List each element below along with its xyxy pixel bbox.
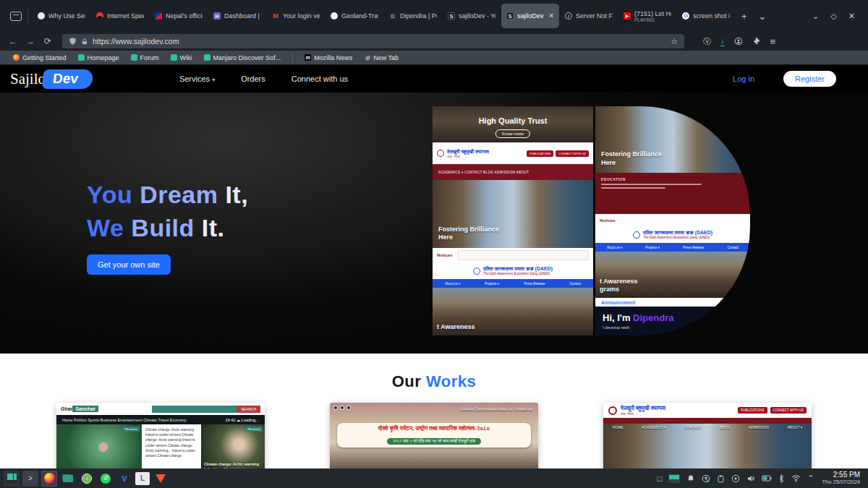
- tab-why-use-sentry[interactable]: Why Use Sentry: [33, 4, 90, 28]
- tab-login-verification[interactable]: MYour login verif: [267, 4, 325, 28]
- bookmark-mozilla-news[interactable]: mMozilla News: [300, 54, 357, 61]
- bookmark-star-icon[interactable]: ☆: [671, 37, 678, 46]
- workspace-switcher[interactable]: [668, 474, 680, 483]
- daed-logo-icon: [633, 231, 640, 239]
- festival-banner: दोस्रो कृषि पर्यटन, उद्योग तथा व्यापारिक…: [337, 423, 531, 448]
- back-button[interactable]: ←: [6, 36, 20, 46]
- news-logo: GharSanchar: [61, 406, 98, 411]
- bookmark-homepage[interactable]: Homepage: [74, 54, 124, 61]
- window-minimize-button[interactable]: ⌄: [812, 12, 819, 21]
- tab-screenshot-search[interactable]: Gscreen shot in: [677, 4, 735, 28]
- daed-logo-icon: [473, 267, 480, 275]
- tab-internet-speed[interactable]: Internet Speed: [91, 4, 149, 28]
- lock-icon[interactable]: [81, 38, 88, 46]
- manjaro-menu-button[interactable]: [4, 471, 20, 487]
- brand-logo[interactable]: Sajilo Dev: [10, 69, 93, 89]
- fostering-brilliance-text: Fostering BrillianceHere: [601, 150, 662, 167]
- daed-subtitle: The Dalit Awareness Expedition Dang (DAE…: [483, 272, 553, 275]
- show-desktop-icon[interactable]: □: [658, 474, 663, 483]
- updates-tray-icon[interactable]: [702, 474, 710, 483]
- manjaro-icon: [7, 474, 17, 483]
- auth-zone: Log in Register: [733, 71, 858, 87]
- url-text[interactable]: https://www.sajilodev.com: [93, 37, 666, 46]
- tab-nepal-official[interactable]: Nepal's official: [150, 4, 208, 28]
- wifi-icon[interactable]: [791, 474, 801, 482]
- tab-close-icon[interactable]: ✕: [548, 12, 554, 20]
- brilliance-library-image: Fostering BrillianceHere: [595, 106, 750, 173]
- hero-word: We: [87, 214, 131, 241]
- login-link[interactable]: Log in: [733, 74, 754, 83]
- office-app-launcher[interactable]: L: [135, 472, 150, 485]
- menu-hamburger-icon[interactable]: ≡: [770, 36, 776, 47]
- brave-launcher[interactable]: [153, 471, 169, 487]
- bookmark-forum[interactable]: Forum: [127, 54, 163, 61]
- clock[interactable]: 2:55 PM Thu 25/07/2024: [820, 471, 864, 485]
- vscode-launcher[interactable]: V: [116, 471, 132, 487]
- tab-sajilodev-1[interactable]: SsajiloDev - You: [443, 4, 501, 28]
- media-play-icon[interactable]: [731, 474, 740, 483]
- notifications-bell-icon[interactable]: [686, 474, 695, 483]
- bookmark-getting-started[interactable]: Getting Started: [9, 54, 71, 61]
- bookmark-new-tab[interactable]: ⊕New Tab: [359, 54, 403, 61]
- downloads-icon[interactable]: ↓: [720, 37, 725, 46]
- window-close-button[interactable]: ✕: [848, 12, 855, 21]
- terminal-launcher[interactable]: >: [22, 471, 38, 487]
- nav-services[interactable]: Services ▾: [179, 74, 215, 83]
- bluetooth-icon[interactable]: [778, 474, 785, 483]
- heading-our: Our: [392, 372, 426, 390]
- new-tab-button[interactable]: +: [736, 11, 753, 22]
- tray-expand-icon[interactable]: ⌃: [807, 474, 814, 483]
- festival-title: दोस्रो कृषि पर्यटन, उद्योग तथा व्यापारिक…: [341, 425, 527, 432]
- url-bar[interactable]: https://www.sajilodev.com ☆: [62, 34, 684, 48]
- pocket-icon[interactable]: ⓥ: [703, 36, 711, 47]
- tab-dipendra-portfolio[interactable]: DDipendra | Portfol: [384, 4, 442, 28]
- nav-connect[interactable]: Connect with us: [292, 74, 348, 83]
- bookmark-wiki[interactable]: Wiki: [166, 54, 197, 61]
- manjaro-icon: [204, 54, 210, 61]
- collage-quality-image: High Quality Trust Know more: [433, 106, 593, 142]
- nav-orders[interactable]: Orders: [241, 74, 265, 83]
- daed-nav-bar: About us ▾ Projects ▾ Press Release Cont…: [595, 243, 750, 252]
- tab-label: sajiloDev - Yo: [517, 12, 545, 20]
- notices-label: Notices: [437, 253, 453, 257]
- shield-permissions-icon[interactable]: [69, 37, 77, 46]
- tab-label: (7151) Let Her GPLAYING: [634, 10, 671, 22]
- reload-button[interactable]: ⟳: [41, 36, 55, 46]
- register-button[interactable]: Register: [783, 71, 836, 87]
- youtube-favicon-icon: ▶: [624, 12, 631, 20]
- firefox-icon: [44, 473, 55, 484]
- publications-button: PUBLICATIONS: [527, 150, 553, 157]
- extensions-puzzle-icon[interactable]: [752, 37, 761, 46]
- display-battery-icon[interactable]: [762, 474, 772, 482]
- globe-icon: ⊕: [364, 54, 370, 61]
- file-manager-launcher[interactable]: [60, 471, 76, 487]
- whatsapp-launcher[interactable]: ✆: [98, 471, 114, 487]
- work-card-campus-site[interactable]: देउखुरी बहुमुखी क्याम्पसदाङ, नेपाल PUBLI…: [603, 403, 812, 468]
- browser-chrome: Why Use Sentry Internet Speed Nepal's of…: [0, 0, 868, 65]
- clipboard-icon[interactable]: [717, 474, 725, 483]
- work-card-festival-site[interactable]: Events Committees About us Contact us दो…: [330, 403, 538, 468]
- tab-playing-badge: PLAYING: [634, 17, 671, 22]
- nav-label: Services: [179, 74, 210, 83]
- news-tag: #Business: [245, 427, 263, 432]
- info-favicon-icon: i: [565, 12, 572, 20]
- forward-button[interactable]: →: [23, 36, 38, 46]
- account-icon[interactable]: [734, 37, 743, 46]
- firefox-view-icon[interactable]: [10, 12, 22, 21]
- list-all-tabs-icon[interactable]: ⌄: [753, 11, 773, 22]
- get-your-own-site-button[interactable]: Get your own site: [87, 254, 171, 275]
- tab-geoland-travel[interactable]: Geoland-Travel: [326, 4, 383, 28]
- package-updates-launcher[interactable]: ↓: [79, 471, 95, 487]
- tab-server-not-found[interactable]: iServer Not Fou: [560, 4, 618, 28]
- volume-icon[interactable]: [746, 474, 755, 483]
- tab-youtube-playing[interactable]: ▶(7151) Let Her GPLAYING: [618, 4, 676, 28]
- bookmark-manjaro-discover[interactable]: Manjaro Discover Sof...: [200, 54, 286, 61]
- campus-site-header: देउखुरी बहुमुखी क्याम्पसदाङ, नेपाल PUBLI…: [433, 142, 593, 164]
- daed-nav-item: Projects ▾: [485, 282, 499, 286]
- tab-sajilodev-active[interactable]: SsajiloDev - Yo✕: [501, 4, 559, 28]
- work-card-news-site[interactable]: GharSanchar SEARCH Home Politics Sports …: [56, 403, 265, 468]
- tab-dashboard[interactable]: HDashboard | H: [208, 4, 266, 28]
- window-maximize-button[interactable]: ◇: [830, 12, 836, 21]
- news-photo-right: #Business Climate change: Arctic warming…: [201, 424, 265, 468]
- firefox-taskbar-button[interactable]: [41, 471, 57, 487]
